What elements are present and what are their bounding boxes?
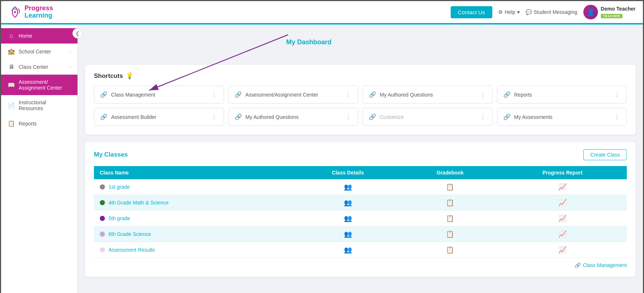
student-messaging-link[interactable]: 💬 Student Messaging xyxy=(526,9,577,15)
class-name-link[interactable]: 5th grade xyxy=(109,215,130,221)
sidebar-item-home[interactable]: ⌂ Home xyxy=(1,28,77,44)
sidebar-item-label-class: Class Center xyxy=(19,64,48,70)
gradebook-cell: 📋 xyxy=(402,195,498,211)
shortcut-my-authored-1[interactable]: 🔗 My Authored Questions ⋮ xyxy=(363,86,493,104)
avatar: 👤 xyxy=(583,5,598,19)
progress-report-icon[interactable]: 📈 xyxy=(558,183,567,191)
class-name-cell: 1st grade xyxy=(94,179,294,195)
classes-header: My Classes Create Class xyxy=(94,149,627,160)
class-name-link[interactable]: 4th Grade Math & Science xyxy=(109,200,168,206)
class-color-dot xyxy=(100,200,105,205)
shortcut-assessment-builder[interactable]: 🔗 Assessment Builder ⋮ xyxy=(94,108,224,126)
progress-report-icon[interactable]: 📈 xyxy=(558,230,567,238)
three-dots-icon[interactable]: ⋮ xyxy=(211,91,218,98)
three-dots-icon-2[interactable]: ⋮ xyxy=(345,91,352,98)
link-icon-cm: 🔗 xyxy=(575,262,581,268)
help-icon: ⚙ xyxy=(498,9,503,15)
three-dots-icon-6[interactable]: ⋮ xyxy=(345,113,352,120)
class-name-link[interactable]: 1st grade xyxy=(109,184,130,190)
sidebar-item-class-center[interactable]: 🖥 Class Center › xyxy=(1,59,77,75)
teacher-badge: TEACHER xyxy=(601,14,622,18)
col-class-name: Class Name xyxy=(94,166,294,179)
table-row: 6th Grade Science 👥 📋 📈 xyxy=(94,226,627,242)
sidebar-item-label-instructional: Instructional Resources xyxy=(19,99,71,111)
progress-report-icon[interactable]: 📈 xyxy=(558,215,567,222)
class-table: Class Name Class Details Gradebook Progr… xyxy=(94,166,627,258)
sidebar-item-label-assessment: Assessment/ Assignment Center xyxy=(19,79,71,91)
help-link[interactable]: ⚙ Help ▾ xyxy=(498,9,520,15)
shortcut-class-management[interactable]: 🔗 Class Management ⋮ xyxy=(94,86,224,104)
sidebar-item-assessment[interactable]: 📖 Assessment/ Assignment Center xyxy=(1,75,77,95)
col-class-details: Class Details xyxy=(294,166,402,179)
logo-icon xyxy=(8,5,22,19)
shortcut-my-assessments[interactable]: 🔗 My Assessments ⋮ xyxy=(497,108,627,126)
chevron-right-icon: › xyxy=(69,49,71,54)
class-management-link[interactable]: 🔗 Class Management xyxy=(94,262,627,268)
shortcut-customize[interactable]: 🔗 Customize ⋮ xyxy=(363,108,493,126)
classes-title: My Classes xyxy=(94,151,128,158)
class-details-icon[interactable]: 👥 xyxy=(344,183,352,191)
gradebook-icon[interactable]: 📋 xyxy=(446,199,454,206)
shortcut-label-5: Assessment Builder xyxy=(111,114,156,120)
class-color-dot xyxy=(100,216,105,221)
link-icon-2: 🔗 xyxy=(235,91,242,98)
class-details-icon[interactable]: 👥 xyxy=(344,199,352,206)
header: Progress Learning Contact Us ⚙ Help ▾ 💬 … xyxy=(1,1,643,25)
sidebar-item-label-school: School Center xyxy=(19,49,51,55)
shortcut-label-7: Customize xyxy=(380,114,404,120)
header-right: Contact Us ⚙ Help ▾ 💬 Student Messaging … xyxy=(451,5,636,19)
sidebar-item-instructional[interactable]: 📄 Instructional Resources xyxy=(1,95,77,116)
logo-area: Progress Learning xyxy=(8,5,82,19)
user-avatar-area[interactable]: 👤 Demo Teacher TEACHER xyxy=(583,5,636,19)
link-icon: 🔗 xyxy=(100,91,107,98)
sidebar-collapse-button[interactable]: ❮ xyxy=(72,28,83,38)
gradebook-icon[interactable]: 📋 xyxy=(446,183,454,191)
class-details-icon[interactable]: 👥 xyxy=(344,230,352,238)
link-icon-7: 🔗 xyxy=(369,113,376,120)
gradebook-icon[interactable]: 📋 xyxy=(446,230,454,238)
class-details-cell: 👥 xyxy=(294,179,402,195)
three-dots-icon-3[interactable]: ⋮ xyxy=(480,91,486,98)
school-icon: 🏫 xyxy=(8,48,15,55)
shortcut-label-3: My Authored Questions xyxy=(380,92,433,98)
sidebar-item-reports[interactable]: 📋 Reports xyxy=(1,116,77,131)
class-color-dot xyxy=(100,232,105,237)
progress-report-icon[interactable]: 📈 xyxy=(558,199,567,206)
three-dots-icon-7[interactable]: ⋮ xyxy=(480,113,486,120)
shortcut-my-authored-2[interactable]: 🔗 My Authored Questions ⋮ xyxy=(228,108,359,126)
class-color-dot xyxy=(100,184,105,189)
class-details-icon[interactable]: 👥 xyxy=(344,246,352,253)
sidebar-item-school-center[interactable]: 🏫 School Center › xyxy=(1,44,77,59)
class-name-cell: 6th Grade Science xyxy=(94,226,294,242)
link-icon-5: 🔗 xyxy=(100,113,107,120)
col-gradebook: Gradebook xyxy=(402,166,498,179)
link-icon-4: 🔗 xyxy=(503,91,511,98)
my-dashboard-label: My Dashboard xyxy=(286,38,332,46)
three-dots-icon-5[interactable]: ⋮ xyxy=(211,113,218,120)
table-row: 4th Grade Math & Science 👥 📋 📈 xyxy=(94,195,627,211)
shortcut-label-8: My Assessments xyxy=(514,114,553,120)
gradebook-icon[interactable]: 📋 xyxy=(446,246,454,253)
progress-report-icon[interactable]: 📈 xyxy=(558,246,567,253)
chevron-right-icon-2: › xyxy=(69,65,71,69)
shortcut-assessment-center[interactable]: 🔗 Assessment/Assignment Center ⋮ xyxy=(228,86,359,104)
table-row: Assessment Results 👥 📋 📈 xyxy=(94,242,627,258)
three-dots-icon-4[interactable]: ⋮ xyxy=(614,91,621,98)
layout: ❮ ⌂ Home 🏫 School Center › 🖥 Class Cente… xyxy=(1,25,643,293)
shortcut-label-4: Reports xyxy=(514,92,532,98)
svg-point-0 xyxy=(14,11,16,13)
class-name-cell: 5th grade xyxy=(94,211,294,226)
create-class-button[interactable]: Create Class xyxy=(583,149,627,160)
class-name-link[interactable]: Assessment Results xyxy=(109,247,155,253)
gradebook-cell: 📋 xyxy=(402,211,498,226)
shortcut-reports[interactable]: 🔗 Reports ⋮ xyxy=(497,86,627,104)
three-dots-icon-8[interactable]: ⋮ xyxy=(614,113,621,120)
user-name: Demo Teacher xyxy=(601,5,636,12)
class-details-icon[interactable]: 👥 xyxy=(344,215,352,222)
shortcut-label-2: Assessment/Assignment Center xyxy=(246,92,318,98)
contact-us-button[interactable]: Contact Us xyxy=(451,6,492,18)
progress-report-cell: 📈 xyxy=(498,242,627,258)
gradebook-icon[interactable]: 📋 xyxy=(446,215,454,222)
class-name-link[interactable]: 6th Grade Science xyxy=(109,231,151,237)
class-details-cell: 👥 xyxy=(294,242,402,258)
